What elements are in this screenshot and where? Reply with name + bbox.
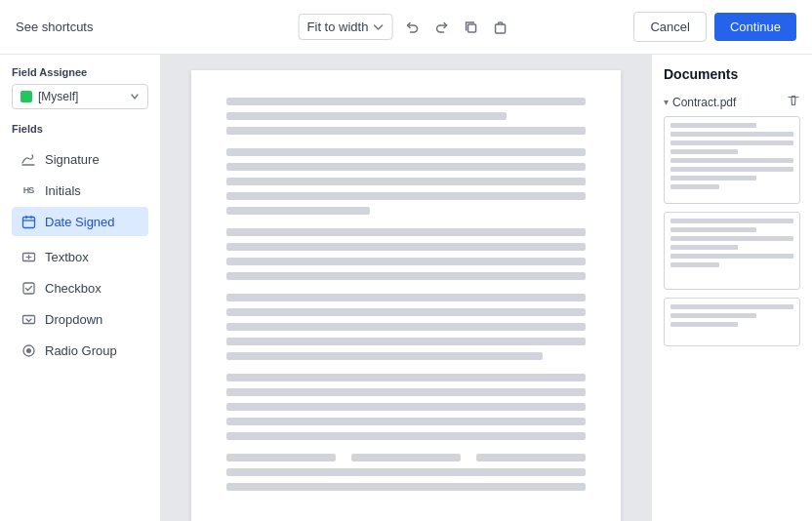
shortcuts-link[interactable]: See shortcuts	[16, 20, 94, 34]
chevron-down-icon	[372, 21, 384, 33]
fit-to-dropdown[interactable]: Fit to width	[299, 14, 393, 40]
date-signed-label: Date Signed	[45, 215, 115, 229]
dropdown-icon	[20, 310, 37, 328]
cancel-button[interactable]: Cancel	[633, 12, 706, 42]
assignee-chevron-icon	[130, 92, 140, 101]
undo-icon	[404, 20, 420, 35]
svg-rect-1	[495, 24, 505, 33]
assignee-name: [Myself]	[38, 90, 124, 103]
svg-rect-4	[23, 283, 34, 294]
radio-group-label: Radio Group	[45, 343, 117, 358]
sidebar-item-radio-group[interactable]: Radio Group	[12, 336, 148, 365]
action-buttons: Cancel Continue	[633, 12, 796, 42]
paste-icon	[492, 20, 508, 35]
document-area	[161, 55, 651, 521]
svg-rect-5	[22, 315, 34, 323]
sidebar-item-signature[interactable]: Signature	[12, 144, 148, 174]
svg-point-7	[26, 348, 31, 353]
doc-thumbnail-2[interactable]	[664, 212, 800, 290]
svg-rect-2	[22, 217, 34, 227]
documents-title: Documents	[664, 66, 800, 82]
doc-thumbnail-1[interactable]	[664, 116, 800, 204]
signature-icon	[20, 150, 37, 168]
undo-button[interactable]	[398, 14, 426, 41]
sidebar-item-dropdown[interactable]: Dropdown	[12, 304, 148, 334]
fit-to-label: Fit to width	[307, 20, 369, 34]
doc-thumbnail-3[interactable]	[664, 298, 800, 346]
date-signed-icon	[20, 213, 37, 230]
continue-button[interactable]: Continue	[714, 13, 796, 41]
sidebar-item-initials[interactable]: HS Initials	[12, 176, 148, 205]
tree-chevron-icon[interactable]: ▾	[664, 97, 669, 107]
copy-button[interactable]	[457, 14, 484, 41]
sidebar: Field Assignee [Myself] Fields Signature…	[0, 55, 161, 521]
copy-icon	[463, 20, 478, 35]
toolbar-group	[398, 14, 513, 41]
top-bar: See shortcuts Fit to width	[0, 0, 812, 55]
document-page	[191, 70, 621, 521]
main-layout: Field Assignee [Myself] Fields Signature…	[0, 55, 812, 521]
checkbox-icon	[20, 279, 37, 297]
assignee-color-swatch	[20, 91, 32, 102]
signature-label: Signature	[45, 152, 100, 167]
field-assignee-label: Field Assignee	[12, 66, 148, 78]
textbox-icon	[20, 248, 37, 265]
svg-rect-0	[467, 24, 475, 32]
sidebar-item-date-signed[interactable]: Date Signed	[12, 207, 148, 236]
textbox-label: Textbox	[45, 250, 89, 264]
trash-icon	[787, 94, 800, 107]
sidebar-item-textbox[interactable]: Textbox	[12, 242, 148, 271]
radio-group-icon	[20, 341, 37, 359]
initials-icon: HS	[20, 181, 37, 199]
redo-icon	[433, 20, 449, 35]
assignee-dropdown[interactable]: [Myself]	[12, 84, 148, 109]
initials-label: Initials	[45, 183, 81, 198]
dropdown-label: Dropdown	[45, 312, 102, 327]
redo-button[interactable]	[427, 14, 455, 41]
fields-section-label: Fields	[12, 123, 148, 135]
sidebar-item-checkbox[interactable]: Checkbox	[12, 273, 148, 302]
delete-doc-button[interactable]	[787, 94, 800, 110]
right-panel: Documents ▾ Contract.pdf	[651, 55, 812, 521]
doc-file-name: Contract.pdf	[672, 96, 787, 109]
paste-button[interactable]	[486, 14, 513, 41]
checkbox-label: Checkbox	[45, 281, 102, 296]
